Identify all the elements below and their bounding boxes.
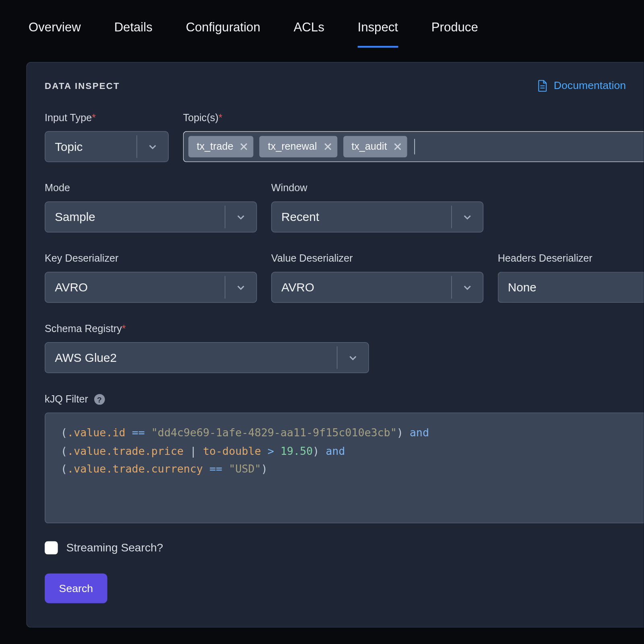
tab-details[interactable]: Details <box>114 20 153 47</box>
close-icon[interactable] <box>394 143 401 150</box>
tab-produce[interactable]: Produce <box>431 20 478 47</box>
search-button[interactable]: Search <box>45 574 107 603</box>
val-deser-label: Value Deserializer <box>271 253 483 265</box>
tab-overview[interactable]: Overview <box>29 20 81 47</box>
documentation-link-label: Documentation <box>554 79 626 92</box>
chevron-down-icon <box>462 212 472 222</box>
chevron-down-icon <box>236 283 246 292</box>
text-cursor <box>415 139 415 155</box>
tab-inspect[interactable]: Inspect <box>358 20 398 47</box>
tab-bar: Overview Details Configuration ACLs Insp… <box>0 0 644 47</box>
topic-chip[interactable]: tx_renewal <box>260 136 337 157</box>
topic-chip[interactable]: tx_audit <box>343 136 407 157</box>
filter-label: kJQ Filter <box>45 393 88 405</box>
help-icon[interactable]: ? <box>94 394 105 405</box>
topics-input[interactable]: tx_trade tx_renewal tx_audit <box>183 131 644 162</box>
topic-chip[interactable]: tx_trade <box>188 136 254 157</box>
code-line: (.value.trade.currency == "USD") <box>61 460 628 479</box>
close-icon[interactable] <box>324 143 331 150</box>
chevron-down-icon <box>462 283 472 292</box>
window-select[interactable]: Recent <box>271 202 483 233</box>
topics-label: Topic(s)* <box>183 112 644 124</box>
input-type-label: Input Type* <box>45 112 169 124</box>
mode-label: Mode <box>45 182 257 194</box>
code-line: (.value.trade.price | to-double > 19.50)… <box>61 442 628 460</box>
key-deser-select[interactable]: AVRO <box>45 272 257 303</box>
input-type-select[interactable]: Topic <box>45 131 169 162</box>
schema-reg-label: Schema Registry* <box>45 323 369 335</box>
window-label: Window <box>271 182 483 194</box>
key-deser-label: Key Deserializer <box>45 253 257 265</box>
mode-select[interactable]: Sample <box>45 202 257 233</box>
documentation-link[interactable]: Documentation <box>537 79 626 92</box>
streaming-checkbox[interactable] <box>45 541 58 555</box>
filter-code-input[interactable]: (.value.id == "dd4c9e69-1afe-4829-aa11-9… <box>45 413 644 523</box>
val-deser-select[interactable]: AVRO <box>271 272 483 303</box>
hdr-deser-label: Headers Deserializer <box>498 253 644 265</box>
chevron-down-icon <box>148 142 157 151</box>
schema-reg-select[interactable]: AWS Glue2 <box>45 342 369 373</box>
tab-configuration[interactable]: Configuration <box>186 20 260 47</box>
panel-title: DATA INSPECT <box>45 80 120 91</box>
inspect-panel: DATA INSPECT Documentation Input Type* T… <box>26 62 644 627</box>
chevron-down-icon <box>236 212 246 222</box>
hdr-deser-select[interactable]: None <box>498 272 644 303</box>
chevron-down-icon <box>348 353 358 363</box>
document-icon <box>537 80 548 92</box>
code-line: (.value.id == "dd4c9e69-1afe-4829-aa11-9… <box>61 424 628 442</box>
close-icon[interactable] <box>240 143 248 150</box>
tab-acls[interactable]: ACLs <box>294 20 324 47</box>
streaming-label: Streaming Search? <box>66 541 163 555</box>
